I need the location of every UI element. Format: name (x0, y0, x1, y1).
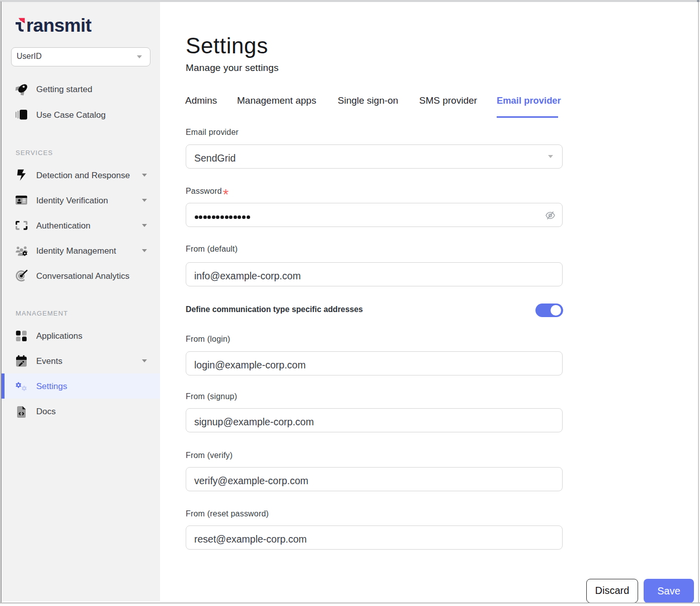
svg-text:ransmit: ransmit (26, 15, 92, 33)
